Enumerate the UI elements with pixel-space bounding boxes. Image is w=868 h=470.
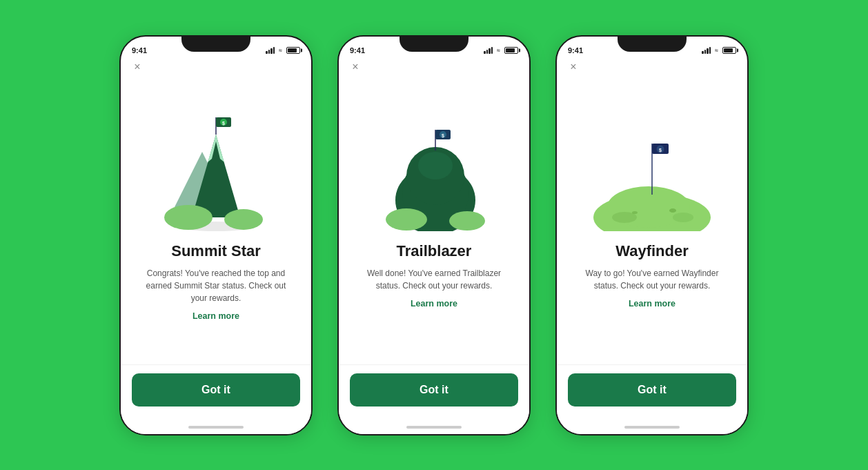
svg-text:$: $	[659, 148, 662, 153]
phone-content: $ Wayfinder Way to go! You've earned Way…	[557, 66, 747, 364]
svg-point-27	[632, 211, 638, 214]
close-button[interactable]: ×	[348, 60, 362, 74]
wifi-icon: ≈	[497, 47, 500, 54]
status-time: 9:41	[568, 46, 583, 55]
phone-content: $ Summit Star Congrats! You've reached t…	[121, 66, 311, 364]
svg-point-25	[673, 213, 693, 222]
status-icons: ≈	[266, 47, 300, 54]
got-it-button[interactable]: Got it	[350, 373, 518, 407]
phone-wayfinder: 9:41 ≈ ×	[555, 35, 749, 435]
svg-text:$: $	[222, 121, 225, 126]
phone-notch	[181, 37, 250, 52]
close-button[interactable]: ×	[130, 60, 144, 74]
home-indicator	[557, 423, 747, 434]
card-description: Congrats! You've reached the top and ear…	[135, 267, 297, 304]
home-bar	[188, 426, 244, 429]
mountain-tall-svg: $	[154, 110, 278, 231]
phone-notch	[618, 37, 687, 52]
summit-star-illustration: $	[135, 93, 297, 231]
phone-bottom: Got it	[339, 364, 529, 423]
mountain-medium-svg: $	[372, 110, 496, 231]
signal-icon	[484, 47, 493, 54]
phone-trailblazer: 9:41 ≈ ×	[337, 35, 531, 435]
svg-text:$: $	[442, 133, 444, 139]
wifi-icon: ≈	[279, 47, 282, 54]
home-bar	[624, 426, 680, 429]
trailblazer-illustration: $	[353, 93, 515, 231]
svg-point-5	[224, 209, 263, 230]
home-indicator	[339, 423, 529, 434]
status-icons: ≈	[702, 47, 736, 54]
battery-icon	[286, 47, 300, 54]
svg-point-16	[418, 152, 453, 179]
signal-icon	[266, 47, 275, 54]
status-icons: ≈	[484, 47, 518, 54]
got-it-button[interactable]: Got it	[132, 373, 300, 407]
phone-bottom: Got it	[121, 364, 311, 423]
status-time: 9:41	[132, 46, 147, 55]
close-button[interactable]: ×	[566, 60, 580, 74]
learn-more-link[interactable]: Learn more	[411, 299, 457, 309]
signal-icon	[702, 47, 711, 54]
home-indicator	[121, 423, 311, 434]
wayfinder-illustration: $	[571, 93, 733, 231]
phone-bottom: Got it	[557, 364, 747, 423]
svg-point-4	[164, 205, 213, 230]
svg-point-14	[449, 211, 485, 231]
svg-point-13	[386, 208, 427, 231]
phone-content: $ Trailblazer Well done! You've earned T…	[339, 66, 529, 364]
phone-notch	[400, 37, 468, 52]
card-title: Summit Star	[171, 242, 261, 260]
card-description: Well done! You've earned Trailblazer sta…	[353, 267, 515, 292]
status-time: 9:41	[350, 46, 365, 55]
learn-more-link[interactable]: Learn more	[629, 299, 675, 309]
phone-summit-star: 9:41 ≈ ×	[119, 35, 313, 435]
wifi-icon: ≈	[715, 47, 718, 54]
hill-svg: $	[583, 110, 721, 231]
card-title: Trailblazer	[397, 242, 472, 260]
battery-icon	[722, 47, 736, 54]
card-title: Wayfinder	[615, 242, 689, 260]
battery-icon	[504, 47, 518, 54]
learn-more-link[interactable]: Learn more	[193, 311, 239, 321]
home-bar	[406, 426, 462, 429]
svg-point-26	[669, 208, 676, 213]
got-it-button[interactable]: Got it	[568, 373, 736, 407]
card-description: Way to go! You've earned Wayfinder statu…	[571, 267, 733, 292]
